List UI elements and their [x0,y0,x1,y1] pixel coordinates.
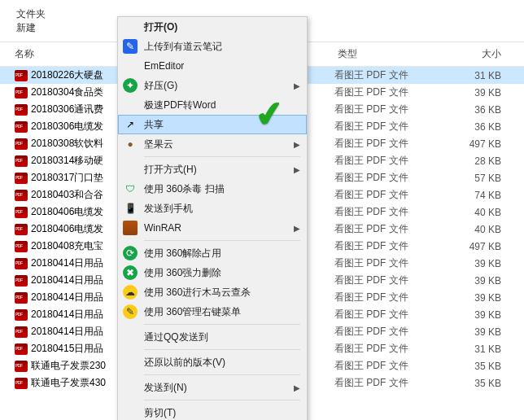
menu-delete360[interactable]: ✖使用 360强力删除 [118,263,307,282]
menu-sendto[interactable]: 发送到(N)▶ [118,378,307,397]
file-size: 28 KB [428,155,524,167]
file-type: 看图王 PDF 文件 [334,325,428,339]
col-type-header[interactable]: 类型 [338,47,431,61]
file-size: 40 KB [428,207,524,218]
menu-open[interactable]: 打开(O) [118,17,307,37]
menu-haoya[interactable]: ✦好压(G)▶ [118,76,307,95]
shield-icon: 🛡 [123,182,138,196]
menu-scan360[interactable]: 🛡使用 360杀毒 扫描 [118,179,307,199]
phone-icon: 📱 [123,201,138,216]
pdf-file-icon [15,207,28,218]
delete-icon: ✖ [123,265,138,280]
menu-sendphone[interactable]: 📱发送到手机 [118,199,307,218]
menu-separator [144,156,300,157]
menu-mgr360[interactable]: ✎使用 360管理右键菜单 [118,302,307,322]
file-type: 看图王 PDF 文件 [334,376,428,390]
file-size: 36 KB [428,121,524,133]
pdf-file-icon [15,361,28,372]
file-size: 31 KB [428,343,524,355]
file-type: 看图王 PDF 文件 [334,359,428,373]
pdf-file-icon [15,104,28,116]
file-type: 看图王 PDF 文件 [334,239,428,253]
toolbar-new-label[interactable]: 新建 [16,21,36,35]
file-size: 40 KB [428,224,524,235]
menu-share[interactable]: ↗共享 [118,115,307,134]
chevron-right-icon: ▶ [294,81,300,90]
file-type: 看图王 PDF 文件 [334,342,428,356]
file-size: 497 KB [428,241,524,252]
pdf-file-icon [15,343,28,355]
pdf-file-icon [15,173,28,184]
haoya-icon: ✦ [123,78,138,93]
pdf-file-icon [15,326,28,338]
file-type: 看图王 PDF 文件 [334,308,428,322]
pdf-file-icon [15,190,28,201]
pdf-file-icon [15,241,28,252]
file-type: 看图王 PDF 文件 [334,291,428,304]
file-size: 39 KB [428,292,524,304]
menu-separator [144,374,300,375]
file-size: 31 KB [428,70,524,81]
pdf-file-icon [15,292,28,304]
chevron-right-icon: ▶ [294,165,300,174]
menu-separator [144,240,300,241]
pdf-file-icon [15,138,28,150]
menu-openwith[interactable]: 打开方式(H)▶ [118,160,307,179]
menu-pdf2word[interactable]: 极速PDF转Word [118,95,307,115]
file-type: 看图王 PDF 文件 [334,222,428,236]
file-type: 看图王 PDF 文件 [334,273,428,287]
menu-winrar[interactable]: WinRAR▶ [118,218,307,238]
pdf-file-icon [15,258,28,269]
toolbar-folder-label: 文件夹 [16,7,46,21]
menu-unlock360[interactable]: ⟳使用 360解除占用 [118,243,307,263]
context-menu: 打开(O) ✎上传到有道云笔记 EmEditor ✦好压(G)▶ 极速PDF转W… [117,16,308,420]
pdf-file-icon [15,155,28,167]
file-size: 36 KB [428,104,524,116]
menu-emeditor[interactable]: EmEditor [118,56,307,76]
menu-trojan360[interactable]: ☁使用 360进行木马云查杀 [118,282,307,302]
menu-jianguo[interactable]: ●坚果云▶ [118,134,307,154]
chevron-right-icon: ▶ [294,140,300,149]
youdao-icon: ✎ [123,39,138,54]
file-size: 39 KB [428,309,524,321]
file-type: 看图王 PDF 文件 [334,171,428,185]
menu-separator [144,400,300,400]
file-type: 看图王 PDF 文件 [334,137,428,151]
file-size: 39 KB [428,326,524,338]
pdf-file-icon [15,224,28,235]
mgr-icon: ✎ [123,304,138,319]
menu-separator [144,324,300,325]
pdf-file-icon [15,378,28,389]
file-type: 看图王 PDF 文件 [334,68,428,82]
pdf-file-icon [15,121,28,133]
unlock-icon: ⟳ [123,246,138,260]
file-size: 39 KB [428,275,524,287]
file-size: 74 KB [428,190,524,201]
file-type: 看图王 PDF 文件 [334,205,428,219]
file-type: 看图王 PDF 文件 [334,103,428,116]
winrar-icon [123,221,138,235]
pdf-file-icon [15,70,28,81]
chevron-right-icon: ▶ [294,224,300,233]
file-size: 39 KB [428,87,524,98]
file-type: 看图王 PDF 文件 [334,120,428,133]
file-type: 看图王 PDF 文件 [334,154,428,168]
file-type: 看图王 PDF 文件 [334,188,428,202]
menu-separator [144,349,300,350]
pdf-file-icon [15,87,28,98]
share-icon: ↗ [123,117,138,132]
menu-youdao[interactable]: ✎上传到有道云笔记 [118,37,307,56]
file-type: 看图王 PDF 文件 [334,256,428,270]
menu-qqsend[interactable]: 通过QQ发送到 [118,327,307,347]
file-size: 35 KB [428,378,524,389]
col-size-header[interactable]: 大小 [431,47,524,61]
file-size: 497 KB [428,138,524,150]
file-type: 看图王 PDF 文件 [334,85,428,99]
pdf-file-icon [15,275,28,287]
file-size: 39 KB [428,258,524,269]
trojan-icon: ☁ [123,285,138,300]
menu-restore[interactable]: 还原以前的版本(V) [118,352,307,372]
menu-cut[interactable]: 剪切(T) [118,403,307,420]
file-size: 35 KB [428,361,524,372]
chevron-right-icon: ▶ [294,383,300,392]
